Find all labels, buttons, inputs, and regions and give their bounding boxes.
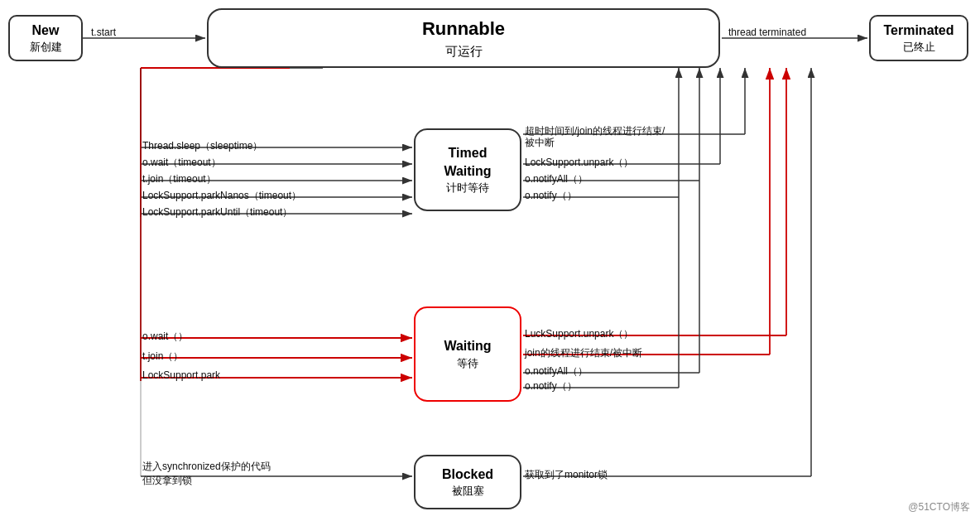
- diagram: New 新创建 Runnable 可运行 Terminated 已终止 Time…: [0, 0, 980, 521]
- label-tw-2: o.wait（timeout）: [142, 156, 221, 170]
- label-tw-4: LockSupport.parkNanos（timeout）: [142, 189, 301, 203]
- label-w-2: t.join（）: [142, 350, 183, 364]
- new-state-zh: 新创建: [30, 40, 62, 55]
- label-fw-3: o.notifyAll（）: [525, 364, 588, 379]
- label-ftw-1b: 被中断: [525, 136, 555, 150]
- waiting-state: Waiting 等待: [414, 306, 521, 402]
- label-tw-1: Thread.sleep（sleeptime）: [142, 139, 262, 153]
- terminated-state-en: Terminated: [883, 22, 954, 40]
- blocked-state-en: Blocked: [442, 466, 493, 484]
- waiting-state-en: Waiting: [444, 337, 491, 355]
- waiting-state-zh: 等待: [457, 356, 478, 371]
- label-blocked-exit: 获取到了monitor锁: [525, 468, 608, 482]
- runnable-state-zh: 可运行: [445, 42, 483, 60]
- label-tw-5: LockSupport.parkUntil（timeout）: [142, 205, 292, 219]
- watermark: @51CTO博客: [908, 500, 970, 514]
- timed-waiting-zh: 计时等待: [446, 181, 489, 195]
- label-ftw-2: LockSupport.unpark（）: [525, 156, 633, 170]
- new-state: New 新创建: [8, 15, 83, 61]
- label-w-3: LockSupport.park: [142, 369, 220, 381]
- label-fw-4: o.notify（）: [525, 379, 577, 393]
- runnable-state: Runnable 可运行: [207, 8, 720, 68]
- label-blocked-enter: 进入synchronized保护的代码但没拿到锁: [142, 460, 382, 488]
- terminated-state-zh: 已终止: [903, 40, 935, 55]
- label-tstart: t.start: [91, 27, 116, 38]
- label-ftw-3: o.notifyAll（）: [525, 172, 588, 186]
- blocked-state-zh: 被阻塞: [452, 484, 484, 499]
- runnable-state-en: Runnable: [422, 17, 505, 42]
- label-fw-2: join的线程进行结束/被中断: [525, 346, 642, 360]
- label-thread-terminated: thread terminated: [728, 27, 806, 38]
- new-state-en: New: [32, 22, 60, 40]
- label-fw-1: LuckSupport.unpark（）: [525, 327, 633, 341]
- blocked-state: Blocked 被阻塞: [414, 455, 521, 509]
- timed-waiting-en1: Timed: [449, 144, 488, 162]
- terminated-state: Terminated 已终止: [869, 15, 968, 61]
- label-tw-3: t.join（timeout）: [142, 172, 216, 186]
- label-ftw-4: o.notify（）: [525, 189, 577, 203]
- timed-waiting-state: Timed Waiting 计时等待: [414, 128, 521, 211]
- label-w-1: o.wait（）: [142, 330, 188, 344]
- timed-waiting-en2: Waiting: [444, 162, 491, 181]
